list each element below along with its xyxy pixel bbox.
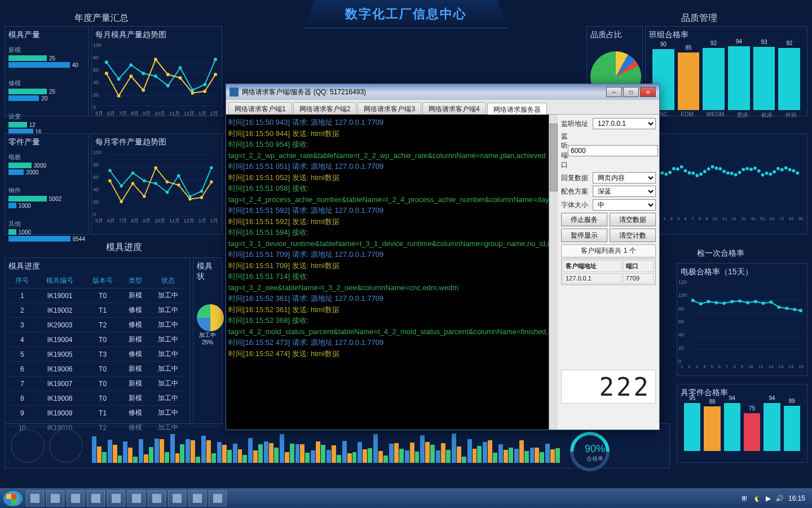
table-row[interactable]: 7IK19007T0新模加工中 bbox=[8, 376, 187, 391]
listen-addr-select[interactable]: 127.0.0.1 bbox=[593, 118, 656, 129]
svg-point-81 bbox=[765, 172, 769, 175]
scrollbar[interactable] bbox=[549, 115, 558, 430]
table-row[interactable]: 1IK19001T0新模加工中 bbox=[8, 288, 187, 303]
svg-point-12 bbox=[179, 66, 182, 69]
tab[interactable]: 网络请求客户端4 bbox=[422, 102, 486, 114]
gauge-icon bbox=[11, 429, 45, 463]
tray-icon[interactable]: 🐧 bbox=[753, 494, 761, 502]
pause-display-button[interactable]: 暂停显示 bbox=[561, 229, 607, 242]
taskbar-item[interactable] bbox=[168, 491, 186, 506]
taskbar-item[interactable] bbox=[26, 491, 44, 506]
panel-mold-table: 模具进度 序号模具编号版本号类型状态 1IK19001T0新模加工中2IK190… bbox=[5, 257, 191, 427]
minimize-button[interactable]: ─ bbox=[606, 87, 622, 97]
taskbar-item[interactable] bbox=[67, 491, 85, 506]
taskbar-item[interactable] bbox=[127, 491, 145, 506]
taskbar-item[interactable] bbox=[188, 491, 206, 506]
svg-point-86 bbox=[784, 166, 788, 169]
console-line: 时间[16:15:52 473] 请求: 源地址 127.0.0.1:7709 bbox=[228, 337, 555, 348]
taskbar-item[interactable] bbox=[46, 491, 64, 506]
console-line: 时间[16:15:51 592] 发送: html数据 bbox=[228, 216, 555, 227]
svg-point-57 bbox=[672, 167, 676, 170]
panel-title: 模具产量 bbox=[8, 30, 85, 40]
svg-point-102 bbox=[730, 300, 734, 303]
reply-data-select[interactable]: 网页内容 bbox=[593, 172, 656, 183]
console-line: 时间[16:15:50 943] 请求: 源地址 127.0.0.1:7709 bbox=[228, 117, 555, 128]
grouped-bars bbox=[92, 429, 560, 463]
svg-point-78 bbox=[753, 167, 757, 170]
panel-title: 模具进度 bbox=[8, 261, 187, 271]
volume-icon[interactable]: 🔊 bbox=[775, 494, 784, 502]
bar: 88 bbox=[704, 406, 720, 451]
svg-point-72 bbox=[730, 172, 734, 175]
svg-point-49 bbox=[188, 198, 192, 201]
system-tray: ⛨ 🐧 ▶ 🔊 16:15 bbox=[742, 494, 810, 502]
taskbar-item[interactable] bbox=[107, 491, 125, 506]
maximize-button[interactable]: □ bbox=[623, 87, 639, 97]
taskbar-item[interactable] bbox=[87, 491, 105, 506]
svg-point-14 bbox=[203, 83, 206, 86]
tray-icon[interactable]: ⛨ bbox=[742, 494, 748, 502]
color-scheme-select[interactable]: 深蓝 bbox=[593, 186, 656, 197]
bar-chart: 908592949392 bbox=[649, 42, 804, 110]
svg-point-103 bbox=[738, 299, 742, 303]
taskbar-item[interactable] bbox=[209, 491, 227, 506]
table-row[interactable]: 3IK29003T2修模加工中 bbox=[8, 318, 187, 332]
table-row[interactable]: 9IK19009T1修模加工中 bbox=[8, 406, 187, 421]
gauge-icon bbox=[49, 429, 83, 463]
label: 监听端口 bbox=[561, 132, 568, 170]
console-line: tag=t_2_4_process_achie_number&tableName… bbox=[228, 194, 555, 205]
table-row[interactable]: 127.0.0.17709 bbox=[563, 273, 654, 283]
tab[interactable]: 网络请求客户端2 bbox=[293, 102, 357, 114]
close-button[interactable]: ✕ bbox=[640, 87, 656, 97]
tab[interactable]: 网络请求服务器 bbox=[487, 103, 547, 115]
panel-part-capacity: 零件产量 电极 3000 2000 钢件 5002 1000 其他 1000 8… bbox=[5, 133, 89, 235]
tab-bar: 网络请求客户端1网络请求客户端2网络请求客户端3网络请求客户端4网络请求服务器 bbox=[226, 100, 659, 115]
table-row[interactable]: 4IK19004T0新模加工中 bbox=[8, 332, 187, 347]
tab[interactable]: 网络请求客户端3 bbox=[358, 102, 421, 114]
modal-titlebar[interactable]: 网络请求客户端/服务器 (QQ: 517216493) ─ □ ✕ bbox=[226, 84, 659, 100]
svg-point-89 bbox=[796, 171, 799, 174]
panel-mold-trend: 每月模具产量趋势图 100806040200 5月6月7月8月9月10月11月1… bbox=[91, 26, 222, 116]
svg-point-56 bbox=[668, 171, 672, 174]
stop-service-button[interactable]: 停止服务 bbox=[561, 213, 607, 226]
panel-part-pass: 具零件合格率 958894759489 bbox=[677, 384, 807, 463]
svg-point-104 bbox=[746, 301, 749, 304]
tray-icon[interactable]: ▶ bbox=[766, 494, 771, 502]
svg-point-70 bbox=[722, 170, 726, 173]
table-row[interactable]: 8IK19008T0新模加工中 bbox=[8, 391, 187, 406]
start-button[interactable] bbox=[2, 490, 24, 507]
console-line: 时间[16:15:51 051] 请求: 源地址 127.0.0.1:7709 bbox=[228, 161, 555, 172]
console-output[interactable]: 时间[16:15:50 943] 请求: 源地址 127.0.0.1:7709时… bbox=[226, 115, 558, 430]
dashboard: 数字化工厂信息中心 年度产量汇总 品质管理 模具产量 新模 25 40 修模 2… bbox=[0, 0, 812, 488]
clear-data-button[interactable]: 清空数据 bbox=[610, 213, 656, 226]
table-row[interactable]: 2IK19002T1修模加工中 bbox=[8, 303, 187, 318]
console-line: 时间[16:15:50 944] 发送: html数据 bbox=[228, 128, 555, 139]
section-title-annual: 年度产量汇总 bbox=[45, 12, 158, 24]
panel-title: 模具状 bbox=[197, 261, 218, 282]
section-title-elec: 检一次合格率 bbox=[697, 248, 744, 259]
clock[interactable]: 16:15 bbox=[788, 494, 805, 502]
svg-point-34 bbox=[131, 172, 135, 175]
clear-count-button[interactable]: 清空计数 bbox=[610, 229, 656, 242]
bar: 92 bbox=[703, 48, 725, 110]
hbar-group: 钢件 5002 1000 bbox=[8, 186, 85, 208]
svg-point-18 bbox=[129, 75, 133, 78]
scrollbar-thumb[interactable] bbox=[550, 124, 558, 191]
console-line: tag=t_2_2_wp_achie_rate&tableName=t_2_2_… bbox=[228, 150, 555, 161]
listen-port-input[interactable] bbox=[568, 145, 658, 156]
table-row[interactable]: 5IK19005T3修模加工中 bbox=[8, 347, 187, 362]
svg-point-44 bbox=[131, 182, 135, 185]
panel-elec-pass: 电极合格率（15天） 120100806040200 1234567891011… bbox=[677, 263, 807, 376]
svg-point-43 bbox=[120, 200, 123, 204]
table-row[interactable]: 6IK19006T0新模加工中 bbox=[8, 362, 187, 376]
svg-point-106 bbox=[762, 301, 765, 305]
svg-point-107 bbox=[770, 300, 773, 304]
font-size-select[interactable]: 中 bbox=[593, 199, 656, 211]
svg-point-47 bbox=[166, 180, 169, 183]
taskbar-item[interactable] bbox=[148, 491, 166, 506]
console-line: 时间[16:15:51 594] 接收: bbox=[228, 227, 555, 238]
tab[interactable]: 网络请求客户端1 bbox=[228, 102, 292, 114]
svg-point-63 bbox=[695, 174, 699, 177]
bar: 92 bbox=[778, 48, 800, 110]
svg-point-19 bbox=[142, 89, 145, 92]
